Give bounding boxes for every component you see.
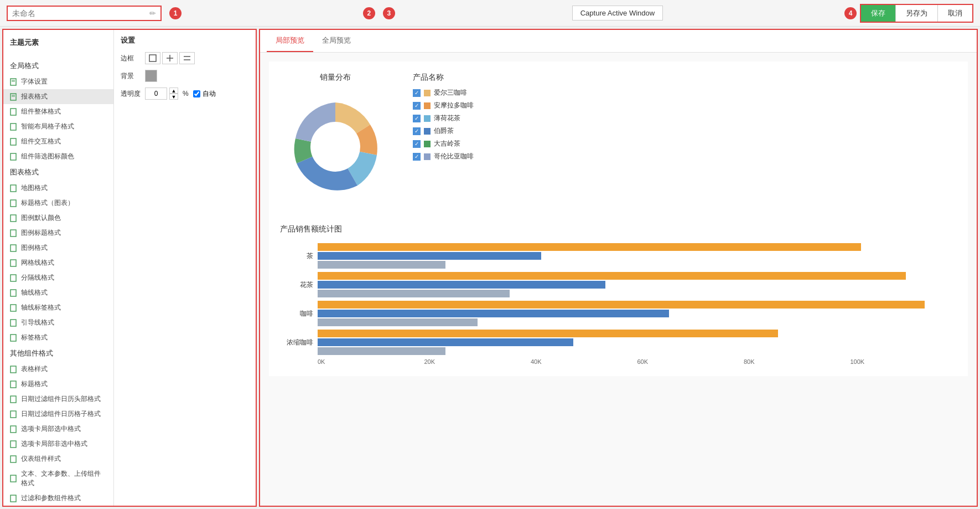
capture-active-window-button[interactable]: Capture Active Window (572, 6, 663, 20)
bg-setting: 背景 (121, 70, 249, 82)
svg-rect-13 (11, 230, 16, 236)
donut-chart-svg (280, 91, 391, 202)
legend-item-5: 哥伦比亚咖啡 (413, 152, 474, 161)
legend-check-1[interactable] (413, 102, 421, 110)
file-icon-7 (10, 184, 18, 192)
bar-espresso-0 (318, 330, 778, 337)
border-btn-1[interactable] (145, 52, 160, 64)
file-icon-3 (10, 108, 18, 116)
svg-rect-9 (11, 153, 16, 160)
menu-item-tab-unselected[interactable]: 选项卡局部非选中格式 (3, 436, 113, 451)
bar-group-tea (318, 243, 957, 269)
border-btn-2[interactable] (162, 52, 178, 64)
menu-item-axis-label[interactable]: 轴线标签格式 (3, 300, 113, 315)
border-btn-3[interactable] (179, 52, 195, 64)
opacity-input[interactable] (145, 88, 167, 100)
menu-item-table[interactable]: 表格样式 (3, 362, 113, 377)
bar-chart-section: 产品销售额统计图 茶 花茶 (280, 224, 957, 365)
menu-item-font[interactable]: 字体设置 (3, 74, 113, 89)
bg-color-swatch[interactable] (145, 70, 157, 82)
title-input[interactable] (12, 9, 146, 18)
menu-item-report-format[interactable]: 报表格式 (3, 89, 113, 104)
file-icon-11 (10, 244, 18, 252)
tab-global-preview[interactable]: 全局预览 (313, 30, 360, 52)
legend-check-5[interactable] (413, 153, 421, 161)
svg-rect-31 (149, 55, 156, 61)
svg-rect-20 (11, 335, 16, 341)
opacity-up[interactable]: ▲ (169, 88, 178, 94)
svg-rect-25 (11, 426, 16, 433)
opacity-down[interactable]: ▼ (169, 94, 178, 100)
file-icon-6 (10, 153, 18, 161)
svg-rect-12 (11, 215, 16, 222)
svg-rect-6 (11, 109, 16, 115)
cancel-button[interactable]: 取消 (937, 5, 972, 22)
legend-title: 产品名称 (413, 73, 474, 83)
svg-rect-16 (11, 275, 16, 281)
file-icon-12 (10, 259, 18, 267)
settings-panel: 设置 边框 背景 (114, 30, 256, 506)
auto-check[interactable] (193, 90, 200, 97)
bar-row-espresso: 浓缩咖啡 (280, 330, 957, 355)
legend-item-0: 爱尔三咖啡 (413, 88, 474, 97)
tab-local-preview[interactable]: 局部预览 (267, 30, 313, 52)
menu-item-tag[interactable]: 标签格式 (3, 330, 113, 345)
menu-item-axis[interactable]: 轴线格式 (3, 285, 113, 300)
menu-item-grid[interactable]: 网格线格式 (3, 255, 113, 270)
menu-item-smart-layout[interactable]: 智能布局格子格式 (3, 119, 113, 134)
file-icon-2 (10, 93, 18, 101)
auto-checkbox[interactable]: 自动 (193, 89, 216, 99)
legend-item-1: 安摩拉多咖啡 (413, 101, 474, 110)
menu-item-date-head[interactable]: 日期过滤组件日历头部格式 (3, 392, 113, 407)
menu-item-legend-format[interactable]: 图例格式 (3, 240, 113, 255)
bar-chart-title: 产品销售额统计图 (280, 224, 957, 234)
menu-item-legend-title[interactable]: 图例标题格式 (3, 225, 113, 240)
menu-item-map[interactable]: 地图格式 (3, 181, 113, 196)
menu-item-report-label: 报表格式 (21, 92, 48, 101)
legend-check-0[interactable] (413, 89, 421, 97)
chart-container: 销量分布 (269, 61, 968, 376)
legend-color-2 (424, 115, 431, 122)
menu-item-tab-selected[interactable]: 选项卡局部选中格式 (3, 421, 113, 436)
bar-label-tea: 茶 (280, 251, 313, 261)
x-label-4: 80K (744, 358, 851, 365)
menu-item-gauge[interactable]: 仪表组件样式 (3, 451, 113, 466)
menu-item-date-cell[interactable]: 日期过滤组件日历格子格式 (3, 407, 113, 421)
svg-point-36 (310, 122, 360, 172)
bar-tea-1 (318, 252, 541, 260)
edit-icon[interactable]: ✏ (149, 9, 156, 18)
menu-item-filter-params[interactable]: 过滤和参数组件格式 (3, 491, 113, 506)
bar-floral-2 (318, 290, 510, 297)
svg-rect-22 (11, 381, 16, 388)
file-icon-26 (10, 495, 18, 502)
legend-label-0: 爱尔三咖啡 (434, 88, 467, 97)
opacity-label: 透明度 (121, 89, 141, 99)
x-label-5: 100K (851, 358, 957, 365)
menu-item-divider[interactable]: 分隔线格式 (3, 270, 113, 285)
legend-label-3: 伯爵茶 (434, 126, 454, 136)
bar-row-floral: 花茶 (280, 272, 957, 297)
file-icon-8 (10, 199, 18, 207)
menu-item-widget-overall[interactable]: 组件整体格式 (3, 104, 113, 119)
bar-group-coffee (318, 301, 957, 326)
menu-item-chart-title[interactable]: 标题格式（图表） (3, 196, 113, 210)
menu-item-guide[interactable]: 引导线格式 (3, 315, 113, 330)
menu-item-interaction[interactable]: 组件交互格式 (3, 134, 113, 149)
step-badge-1: 1 (169, 7, 182, 19)
save-button[interactable]: 保存 (861, 5, 895, 22)
x-label-1: 20K (424, 358, 531, 365)
svg-rect-8 (11, 138, 16, 145)
top-bar: ✏ 1 2 3 Capture Active Window 4 保存 另存为 取… (0, 0, 980, 27)
menu-item-filter-icon[interactable]: 组件筛选图标颜色 (3, 149, 113, 164)
save-as-button[interactable]: 另存为 (895, 5, 937, 22)
bar-row-tea: 茶 (280, 243, 957, 269)
legend-color-4 (424, 141, 431, 147)
menu-item-legend-color[interactable]: 图例默认颜色 (3, 210, 113, 225)
legend-check-4[interactable] (413, 140, 421, 148)
legend-check-2[interactable] (413, 115, 421, 122)
legend-check-3[interactable] (413, 127, 421, 135)
bar-coffee-2 (318, 318, 478, 326)
menu-item-heading[interactable]: 标题格式 (3, 377, 113, 392)
menu-item-text-widget[interactable]: 文本、文本参数、上传组件格式 (3, 466, 113, 491)
svg-rect-11 (11, 200, 16, 207)
